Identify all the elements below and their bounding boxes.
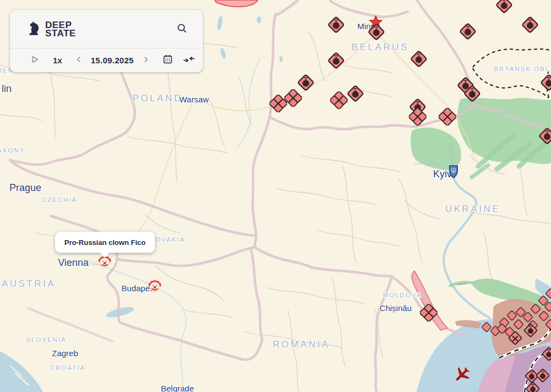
strike-cluster-marker[interactable] (409, 108, 426, 126)
strike-diamond-marker[interactable] (327, 51, 345, 70)
strike-diamond-marker-bomb[interactable] (541, 346, 551, 362)
clown-face-marker[interactable] (148, 279, 162, 293)
occupation-diamond-marker[interactable] (545, 319, 551, 330)
arrows-to-center-icon (183, 55, 195, 66)
playback-controls: 1x 15.09.2025 (10, 48, 203, 72)
strike-diamond-marker[interactable] (409, 50, 428, 68)
chess-knight-icon (26, 20, 41, 39)
calendar-button[interactable] (163, 54, 173, 66)
speed-button[interactable]: 1x (53, 56, 62, 65)
strike-diamond-marker[interactable] (367, 23, 386, 41)
strike-diamond-marker[interactable] (346, 84, 365, 103)
logo-text: DEEP STATE (45, 21, 76, 37)
calendar-icon (163, 54, 173, 66)
strike-cluster-marker[interactable] (330, 91, 348, 109)
strike-diamond-marker[interactable] (538, 127, 551, 145)
play-icon (30, 55, 40, 66)
chevron-right-icon (142, 55, 150, 66)
strike-diamond-marker[interactable] (539, 73, 551, 92)
strike-diamond-marker[interactable] (495, 0, 514, 14)
occupation-diamond-marker[interactable] (545, 288, 551, 300)
strike-cluster-marker[interactable] (439, 108, 456, 126)
strike-diamond-marker-cross[interactable] (507, 330, 523, 346)
strike-diamond-marker[interactable] (458, 22, 477, 41)
previous-date-button[interactable] (74, 55, 83, 66)
deepstate-logo: DEEP STATE (26, 20, 76, 39)
strike-diamond-marker[interactable] (521, 15, 539, 34)
logo-line-2: STATE (45, 29, 76, 37)
next-date-button[interactable] (142, 55, 150, 66)
strike-cluster-marker[interactable] (420, 304, 437, 322)
date-display[interactable]: 15.09.2025 (91, 56, 134, 65)
ukraine-shield-marker-kyiv[interactable] (449, 165, 459, 179)
occupation-diamond-marker[interactable] (496, 323, 508, 335)
search-icon (176, 23, 187, 35)
strike-diamond-marker-bomb[interactable] (525, 381, 541, 392)
strike-diamond-marker[interactable] (463, 84, 482, 103)
map-stage: POLANDWarsawBELARUSMinskUKRAINEKyivROMAN… (0, 0, 551, 392)
map-tooltip: Pro-Russian clown Fico (55, 232, 155, 253)
control-card: DEEP STATE 1x (10, 10, 203, 72)
chevron-left-icon (74, 55, 83, 66)
search-button[interactable] (174, 21, 190, 37)
play-button[interactable] (30, 55, 40, 66)
strike-cluster-marker[interactable] (284, 89, 302, 107)
collapse-horizontal-button[interactable] (183, 55, 195, 66)
strike-diamond-marker-bomb[interactable] (523, 323, 538, 338)
jet-plane-marker[interactable] (452, 365, 471, 384)
tooltip-text: Pro-Russian clown Fico (64, 238, 145, 247)
strike-diamond-marker[interactable] (327, 15, 345, 34)
card-header: DEEP STATE (10, 10, 203, 48)
